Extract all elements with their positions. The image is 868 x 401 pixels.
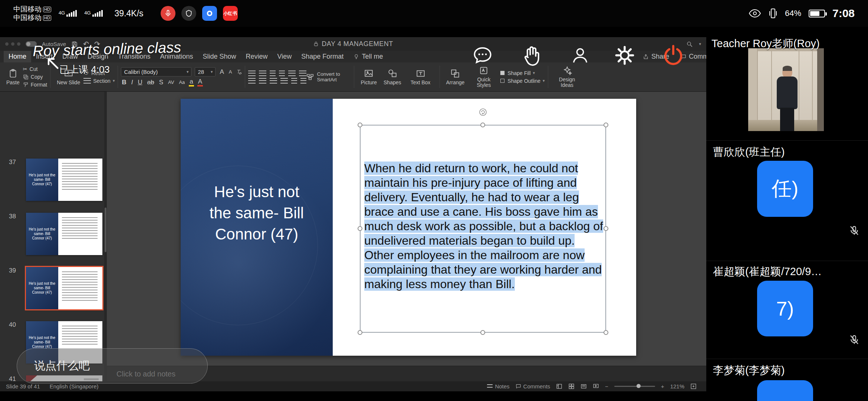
columns-icon[interactable]	[291, 78, 297, 84]
underline-button[interactable]: U	[137, 79, 143, 86]
window-controls[interactable]	[5, 42, 20, 46]
end-class-button[interactable]	[661, 43, 685, 67]
bullets-icon[interactable]	[248, 71, 256, 76]
bold-button[interactable]: B	[121, 79, 127, 86]
increase-indent-icon[interactable]	[279, 71, 285, 76]
hand-icon	[520, 44, 543, 66]
participants-button[interactable]	[568, 43, 592, 67]
slide-body-text[interactable]: When he did return to work, he could not…	[364, 161, 605, 291]
resize-handle-nw[interactable]	[358, 123, 362, 127]
comments-toggle[interactable]: Comments	[516, 383, 550, 389]
slide-sorter-view-icon[interactable]	[568, 383, 575, 389]
align-left-icon[interactable]	[248, 78, 256, 84]
xiaohongshu-app-icon: 小红书	[223, 6, 238, 21]
participant-name: 曹欣欣(班主任)	[713, 145, 785, 160]
section-button[interactable]: Section ▾	[83, 78, 115, 84]
resize-handle-sw[interactable]	[358, 330, 362, 335]
shapes-button[interactable]: Shapes	[380, 64, 404, 89]
shape-fill-button[interactable]: Shape Fill ▾	[500, 70, 545, 76]
grow-font-button[interactable]: A	[219, 69, 224, 75]
tab-slide-show[interactable]: Slide Show	[198, 51, 241, 62]
slide-thumbnail-panel: 37 He's just not the same- Bill Connor (…	[0, 92, 107, 381]
thumbnail-slide-39-selected[interactable]: 39 He's just not the same- Bill Connor (…	[0, 267, 107, 309]
justify-icon[interactable]	[280, 78, 288, 84]
design-ideas-button[interactable]: Design Ideas	[551, 64, 583, 89]
participant-name: 崔超颖(崔超颖/720/9…	[713, 264, 822, 279]
participant-avatar[interactable]	[757, 380, 813, 401]
normal-view-icon[interactable]	[556, 383, 562, 389]
zoom-level[interactable]: 121%	[670, 383, 684, 389]
shape-outline-button[interactable]: Shape Outline ▾	[500, 78, 545, 84]
align-center-icon[interactable]	[259, 78, 266, 84]
thumbnail-slide-37[interactable]: 37 He's just not the same- Bill Connor (…	[0, 159, 107, 201]
bulb-icon	[354, 54, 359, 59]
zoom-slider[interactable]	[614, 386, 655, 387]
resize-handle-ne[interactable]	[604, 123, 608, 127]
format-painter-button[interactable]: Format	[23, 82, 47, 88]
tab-review[interactable]: Review	[241, 51, 273, 62]
battery-percent: 64%	[785, 9, 801, 18]
font-color-button[interactable]: A	[197, 78, 203, 87]
slide-39-canvas[interactable]: He's just not the same- Bill Connor (47)	[181, 99, 636, 356]
network-speed: 39.4K/s	[115, 9, 144, 19]
highlight-color-button[interactable]: a	[189, 78, 194, 87]
copy-button[interactable]: Copy	[23, 74, 47, 80]
numbering-icon[interactable]	[259, 71, 266, 76]
arrange-button[interactable]: Arrange	[443, 64, 468, 89]
text-box-button[interactable]: Text Box	[405, 64, 437, 89]
selected-text-box[interactable]: When he did return to work, he could not…	[360, 125, 606, 333]
align-text-icon[interactable]	[300, 78, 306, 84]
search-icon[interactable]	[686, 41, 693, 48]
quick-styles-button[interactable]: Quick Styles	[468, 64, 500, 89]
notes-toggle[interactable]: Notes	[487, 383, 509, 389]
clear-formatting-icon[interactable]	[236, 69, 242, 75]
thumbnail-slide-38[interactable]: 38 He's just not the same- Bill Connor (…	[0, 213, 107, 255]
tab-shape-format[interactable]: Shape Format	[296, 51, 348, 62]
reading-view-icon[interactable]	[581, 383, 587, 389]
zoom-out-button[interactable]: −	[605, 383, 608, 389]
tell-me-button[interactable]: Tell me	[348, 51, 388, 62]
character-spacing-button[interactable]: AV	[167, 79, 175, 86]
convert-smartart-button[interactable]: Convert to SmartArt	[306, 71, 351, 82]
shape-fill-icon	[500, 70, 505, 76]
thumbnail-title: He's just not the same- Bill Connor (47)	[26, 267, 58, 309]
picture-button[interactable]: Picture	[357, 64, 380, 89]
thumbnail-scrollbar[interactable]	[104, 92, 107, 381]
chevron-down-icon[interactable]: ▾	[699, 42, 701, 46]
text-direction-icon[interactable]	[299, 71, 306, 76]
class-timer: 已上课 4:03	[59, 63, 110, 76]
participant-avatar[interactable]: 7)	[757, 281, 813, 336]
tab-view[interactable]: View	[273, 51, 297, 62]
resize-handle-s[interactable]	[480, 330, 485, 335]
participant-avatar[interactable]: 任)	[757, 161, 813, 217]
paste-button[interactable]: Paste	[3, 64, 23, 89]
teacher-video-tile[interactable]	[748, 48, 824, 131]
resize-handle-se[interactable]	[604, 330, 608, 335]
font-name-select[interactable]: Calibri (Body)▾	[121, 67, 191, 76]
thumbnail-number: 39	[9, 267, 16, 274]
fit-to-window-icon[interactable]	[690, 383, 697, 389]
resize-handle-n[interactable]	[480, 123, 485, 127]
slideshow-view-icon[interactable]	[593, 383, 599, 389]
language-indicator[interactable]: English (Singapore)	[50, 383, 99, 389]
strikethrough-button[interactable]: ab	[147, 79, 155, 86]
align-right-icon[interactable]	[270, 78, 277, 84]
raise-hand-button[interactable]	[520, 43, 543, 67]
zoom-in-button[interactable]: +	[661, 383, 664, 389]
font-size-select[interactable]: 28▾	[195, 67, 216, 76]
settings-button[interactable]	[613, 43, 637, 67]
shrink-font-button[interactable]: A	[228, 69, 233, 75]
chat-button[interactable]	[471, 43, 494, 67]
resize-handle-w[interactable]	[358, 226, 362, 231]
italic-button[interactable]: I	[131, 79, 134, 86]
tab-home[interactable]: Home	[4, 51, 31, 62]
rotation-handle[interactable]	[479, 108, 487, 118]
chat-input[interactable]: 说点什么吧	[17, 348, 208, 384]
slide-title: He's just not the same- Bill Connor (47)	[181, 181, 333, 245]
line-spacing-icon[interactable]	[288, 71, 296, 76]
decrease-indent-icon[interactable]	[270, 71, 276, 76]
copy-icon	[23, 74, 29, 80]
text-shadow-button[interactable]: S	[158, 79, 164, 86]
change-case-button[interactable]: Aa	[178, 79, 185, 86]
slide-title-panel[interactable]: He's just not the same- Bill Connor (47)	[181, 99, 333, 356]
